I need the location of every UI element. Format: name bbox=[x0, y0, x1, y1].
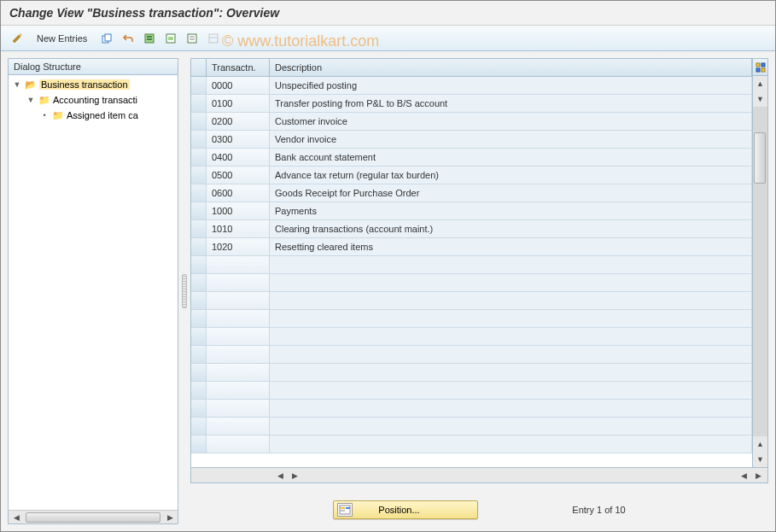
cell-transaction-code[interactable] bbox=[207, 310, 270, 327]
row-selector[interactable] bbox=[191, 346, 207, 363]
scroll-right-icon[interactable]: ▶ bbox=[752, 470, 764, 482]
cell-description[interactable] bbox=[270, 328, 752, 345]
cell-transaction-code[interactable]: 0500 bbox=[207, 167, 270, 184]
scroll-down-icon[interactable]: ▼ bbox=[754, 453, 767, 466]
row-selector[interactable] bbox=[191, 436, 207, 453]
row-selector[interactable] bbox=[191, 95, 207, 112]
dialog-structure-tree[interactable]: ▼ 📂 Business transaction ▼ 📁 Accounting … bbox=[9, 75, 178, 510]
cell-transaction-code[interactable] bbox=[207, 328, 270, 345]
cell-description[interactable] bbox=[270, 256, 752, 273]
table-row[interactable] bbox=[191, 292, 752, 310]
tree-expander-icon[interactable]: ▼ bbox=[12, 80, 22, 89]
row-selector[interactable] bbox=[191, 167, 207, 184]
scroll-left-icon[interactable]: ◀ bbox=[738, 470, 750, 482]
cell-transaction-code[interactable]: 0100 bbox=[207, 95, 270, 112]
cell-transaction-code[interactable] bbox=[207, 400, 270, 417]
table-row[interactable]: 0000Unspecified posting bbox=[191, 77, 752, 95]
row-selector[interactable] bbox=[191, 184, 207, 202]
select-all-icon[interactable] bbox=[140, 29, 159, 48]
table-row[interactable] bbox=[191, 364, 752, 382]
copy-as-icon[interactable] bbox=[97, 29, 116, 48]
cell-description[interactable] bbox=[270, 400, 752, 417]
row-selector[interactable] bbox=[191, 149, 207, 166]
scroll-down-icon[interactable]: ▼ bbox=[754, 92, 767, 106]
sidebar-horizontal-scrollbar[interactable]: ◀ ▶ bbox=[9, 510, 178, 523]
cell-transaction-code[interactable] bbox=[207, 418, 270, 435]
table-row[interactable]: 0400Bank account statement bbox=[191, 149, 752, 167]
select-block-icon[interactable] bbox=[161, 29, 180, 48]
row-selector[interactable] bbox=[191, 328, 207, 345]
cell-transaction-code[interactable]: 0400 bbox=[207, 149, 270, 166]
cell-description[interactable] bbox=[270, 292, 752, 309]
row-selector[interactable] bbox=[191, 202, 207, 219]
row-selector[interactable] bbox=[191, 113, 207, 130]
table-row[interactable]: 1010Clearing transactions (account maint… bbox=[191, 220, 752, 238]
new-entries-button[interactable]: New Entries bbox=[29, 30, 95, 47]
column-header-description[interactable]: Description bbox=[270, 59, 752, 76]
row-selector[interactable] bbox=[191, 256, 207, 273]
toggle-display-change-icon[interactable] bbox=[8, 29, 26, 48]
tree-expander-icon[interactable]: ▼ bbox=[26, 96, 36, 104]
cell-description[interactable]: Customer invoice bbox=[270, 113, 752, 130]
scroll-up-icon[interactable]: ▲ bbox=[754, 437, 767, 451]
cell-description[interactable]: Bank account statement bbox=[270, 149, 752, 166]
table-row[interactable]: 0200Customer invoice bbox=[191, 113, 752, 131]
table-row[interactable] bbox=[191, 382, 752, 400]
table-row[interactable]: 0600Goods Receipt for Purchase Order bbox=[191, 184, 752, 202]
cell-description[interactable]: Transfer posting from P&L to B/S account bbox=[270, 95, 752, 112]
pane-splitter[interactable] bbox=[182, 274, 187, 308]
row-selector[interactable] bbox=[191, 131, 207, 148]
cell-transaction-code[interactable]: 0600 bbox=[207, 184, 270, 202]
row-selector[interactable] bbox=[191, 220, 207, 237]
configure-icon[interactable] bbox=[204, 29, 223, 48]
cell-transaction-code[interactable] bbox=[207, 274, 270, 291]
table-configure-icon[interactable] bbox=[753, 59, 767, 76]
cell-transaction-code[interactable]: 1010 bbox=[207, 220, 270, 237]
table-row[interactable]: 1020Resetting cleared items bbox=[191, 238, 752, 256]
cell-description[interactable]: Unspecified posting bbox=[270, 77, 752, 94]
position-button[interactable]: Position... bbox=[333, 500, 478, 519]
table-select-all-header[interactable] bbox=[191, 59, 207, 76]
scroll-left-icon[interactable]: ◀ bbox=[10, 512, 22, 523]
row-selector[interactable] bbox=[191, 418, 207, 435]
table-row[interactable] bbox=[191, 310, 752, 328]
row-selector[interactable] bbox=[191, 382, 207, 399]
cell-description[interactable] bbox=[270, 274, 752, 291]
scroll-up-icon[interactable]: ▲ bbox=[754, 77, 767, 91]
row-selector[interactable] bbox=[191, 364, 207, 381]
cell-transaction-code[interactable]: 0000 bbox=[207, 77, 270, 94]
row-selector[interactable] bbox=[191, 292, 207, 309]
cell-transaction-code[interactable] bbox=[207, 346, 270, 363]
table-row[interactable] bbox=[191, 400, 752, 418]
table-row[interactable] bbox=[191, 256, 752, 274]
cell-description[interactable] bbox=[270, 382, 752, 399]
scrollbar-thumb[interactable] bbox=[754, 132, 766, 184]
table-row[interactable] bbox=[191, 274, 752, 292]
cell-transaction-code[interactable] bbox=[207, 292, 270, 309]
table-row[interactable]: 0100Transfer posting from P&L to B/S acc… bbox=[191, 95, 752, 113]
tree-item-accounting-transaction[interactable]: ▼ 📁 Accounting transacti bbox=[9, 92, 178, 108]
row-selector[interactable] bbox=[191, 274, 207, 291]
tree-item-assigned-item-categories[interactable]: • 📁 Assigned item ca bbox=[9, 108, 178, 123]
cell-transaction-code[interactable] bbox=[207, 256, 270, 273]
row-selector[interactable] bbox=[191, 310, 207, 327]
table-row[interactable]: 0500Advance tax return (regular tax burd… bbox=[191, 167, 752, 184]
deselect-all-icon[interactable] bbox=[183, 29, 201, 48]
row-selector[interactable] bbox=[191, 400, 207, 417]
cell-transaction-code[interactable]: 0300 bbox=[207, 131, 270, 148]
table-row[interactable]: 0300Vendor invoice bbox=[191, 131, 752, 149]
table-row[interactable] bbox=[191, 346, 752, 364]
row-selector[interactable] bbox=[191, 238, 207, 255]
tree-item-business-transaction[interactable]: ▼ 📂 Business transaction bbox=[9, 77, 178, 92]
cell-description[interactable]: Advance tax return (regular tax burden) bbox=[270, 167, 752, 184]
cell-description[interactable] bbox=[270, 346, 752, 363]
cell-transaction-code[interactable] bbox=[207, 436, 270, 453]
cell-transaction-code[interactable] bbox=[207, 382, 270, 399]
table-row[interactable] bbox=[191, 418, 752, 436]
cell-transaction-code[interactable]: 1000 bbox=[207, 202, 270, 219]
scroll-left-icon[interactable]: ◀ bbox=[274, 470, 286, 482]
cell-description[interactable] bbox=[270, 418, 752, 435]
row-selector[interactable] bbox=[191, 77, 207, 94]
cell-description[interactable]: Vendor invoice bbox=[270, 131, 752, 148]
table-row[interactable] bbox=[191, 436, 752, 453]
